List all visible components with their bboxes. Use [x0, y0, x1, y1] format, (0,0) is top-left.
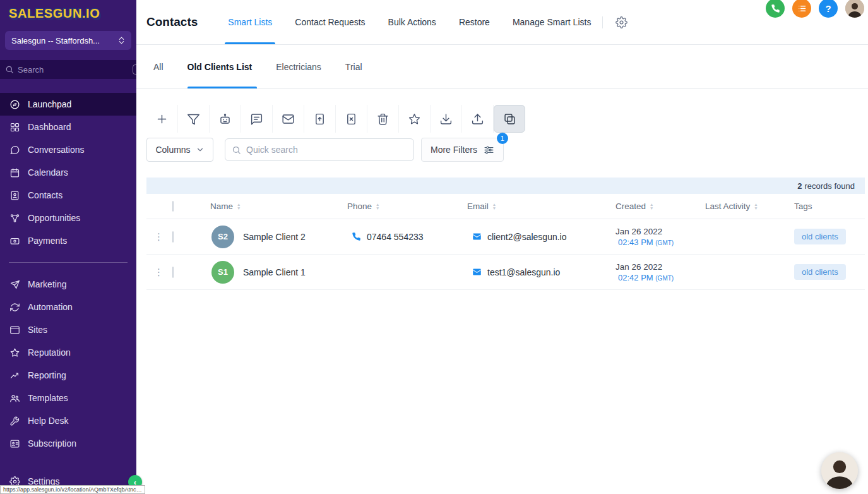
sidebar-item-templates[interactable]: Templates — [0, 387, 136, 409]
envelope-icon — [282, 112, 295, 126]
sidebar-divider — [9, 262, 128, 263]
star-icon — [408, 112, 421, 126]
column-header-name[interactable]: Name▲▼ — [210, 202, 241, 211]
list-icon — [797, 4, 807, 13]
smart-lists-settings-button[interactable] — [602, 16, 627, 28]
question-mark-icon: ? — [825, 3, 831, 14]
task-list-button[interactable] — [792, 0, 811, 18]
sidebar-item-launchpad[interactable]: Launchpad — [0, 93, 136, 116]
select-all-checkbox[interactable] — [172, 201, 174, 212]
merge-icon — [503, 112, 516, 126]
smart-list-tab-trial[interactable]: Trial — [345, 45, 362, 88]
sort-icon[interactable]: ▲▼ — [237, 203, 241, 210]
sidebar-item-automation[interactable]: Automation — [0, 296, 136, 318]
sidebar-item-label: Subscription — [28, 438, 76, 449]
sidebar-item-label: Conversations — [28, 145, 85, 155]
created-date: Jan 26 2022 — [615, 227, 662, 236]
drag-handle-icon[interactable]: ⋮ — [154, 267, 164, 278]
export-contact-button[interactable] — [304, 105, 336, 133]
import-contacts-button[interactable] — [431, 105, 462, 133]
column-label: Last Activity — [705, 202, 750, 211]
merge-contacts-button[interactable] — [494, 105, 525, 133]
column-label: Phone — [347, 202, 372, 211]
column-header-phone[interactable]: Phone▲▼ — [347, 202, 379, 211]
tag-chip[interactable]: old clients — [794, 264, 846, 280]
smart-list-tab-old-clients-list[interactable]: Old Clients List — [187, 45, 253, 88]
contact-name[interactable]: Sample Client 2 — [243, 232, 306, 242]
sidebar-search[interactable]: ⌘ K — [0, 60, 157, 79]
sidebar-item-conversations[interactable]: Conversations — [0, 138, 136, 161]
sidebar-item-payments[interactable]: Payments — [0, 229, 136, 252]
contact-email[interactable]: test1@salesgun.io — [487, 267, 560, 277]
columns-dropdown[interactable]: Columns — [146, 138, 213, 162]
sidebar-item-calendars[interactable]: Calendars — [0, 161, 136, 184]
tab-restore[interactable]: Restore — [459, 0, 490, 44]
location-selector[interactable]: Salesgun -- Staffordsh... — [5, 31, 131, 50]
tab-bulk-actions[interactable]: Bulk Actions — [388, 0, 436, 44]
app-root: SALESGUN.IO Salesgun -- Staffordsh... ⌘ … — [0, 0, 868, 494]
smart-list-tabs: All Old Clients List Electricians Trial — [136, 45, 868, 89]
envelope-icon — [472, 232, 482, 241]
header-tabs: Smart Lists Contact Requests Bulk Action… — [228, 0, 591, 44]
sidebar-item-sites[interactable]: Sites — [0, 318, 136, 341]
sidebar-item-label: Automation — [28, 302, 73, 312]
quick-search[interactable] — [225, 138, 414, 161]
created-time: 02:42 PM (GMT) — [618, 273, 674, 282]
help-button[interactable]: ? — [819, 0, 838, 18]
updown-chevron-icon — [118, 36, 125, 45]
column-label: Tags — [794, 202, 812, 211]
send-email-button[interactable] — [273, 105, 304, 133]
row-checkbox[interactable] — [172, 267, 174, 278]
row-checkbox[interactable] — [172, 231, 174, 243]
smart-list-tab-all[interactable]: All — [153, 45, 163, 88]
sort-icon[interactable]: ▲▼ — [376, 203, 379, 210]
contact-name[interactable]: Sample Client 1 — [243, 267, 306, 277]
column-label: Name — [210, 202, 233, 211]
sidebar-item-contacts[interactable]: Contacts — [0, 184, 136, 207]
tab-smart-lists[interactable]: Smart Lists — [228, 0, 272, 44]
more-filters-button[interactable]: More Filters 1 — [421, 138, 504, 162]
favorite-button[interactable] — [399, 105, 431, 133]
column-header-email[interactable]: Email▲▼ — [467, 202, 496, 211]
tab-contact-requests[interactable]: Contact Requests — [295, 0, 365, 44]
filter-count-badge: 1 — [497, 133, 508, 144]
remove-contact-button[interactable] — [336, 105, 367, 133]
search-icon — [5, 65, 14, 74]
dialer-button[interactable] — [766, 0, 785, 18]
column-header-tags[interactable]: Tags — [794, 202, 812, 211]
contact-phone[interactable]: 07464 554233 — [367, 232, 424, 242]
tag-chip[interactable]: old clients — [794, 229, 846, 244]
sort-icon[interactable]: ▲▼ — [754, 203, 758, 210]
filter-button[interactable] — [178, 105, 210, 133]
send-sms-button[interactable] — [241, 105, 273, 133]
quick-search-input[interactable] — [246, 145, 407, 155]
smart-list-tab-electricians[interactable]: Electricians — [276, 45, 321, 88]
page-title: Contacts — [146, 15, 198, 29]
contact-email[interactable]: client2@salesgun.io — [487, 232, 567, 242]
sidebar-search-input[interactable] — [18, 65, 129, 75]
records-count: 2 — [797, 181, 802, 191]
sort-icon[interactable]: ▲▼ — [650, 203, 653, 210]
add-contact-button[interactable] — [146, 105, 178, 133]
sidebar-item-reporting[interactable]: Reporting — [0, 364, 136, 387]
user-avatar[interactable] — [845, 0, 864, 18]
robot-icon — [218, 112, 232, 126]
drag-handle-icon[interactable]: ⋮ — [154, 231, 164, 243]
sidebar-item-marketing[interactable]: Marketing — [0, 273, 136, 296]
sidebar-item-label: Marketing — [28, 279, 66, 289]
column-header-last-activity[interactable]: Last Activity▲▼ — [705, 202, 758, 211]
floating-user-avatar[interactable] — [821, 452, 858, 489]
sidebar-item-subscription[interactable]: Subscription — [0, 432, 136, 455]
sidebar-item-dashboard[interactable]: Dashboard — [0, 116, 136, 138]
sidebar-item-opportunities[interactable]: Opportunities — [0, 207, 136, 229]
export-contacts-button[interactable] — [462, 105, 494, 133]
column-header-created[interactable]: Created▲▼ — [615, 202, 653, 211]
sidebar-item-label: Launchpad — [28, 99, 71, 109]
sort-icon[interactable]: ▲▼ — [492, 203, 496, 210]
sidebar-item-help-desk[interactable]: Help Desk — [0, 409, 136, 432]
sidebar-item-label: Templates — [28, 393, 68, 403]
delete-button[interactable] — [367, 105, 399, 133]
automation-button[interactable] — [210, 105, 241, 133]
sidebar-item-reputation[interactable]: Reputation — [0, 341, 136, 364]
tab-manage-smart-lists[interactable]: Manage Smart Lists — [513, 0, 592, 44]
